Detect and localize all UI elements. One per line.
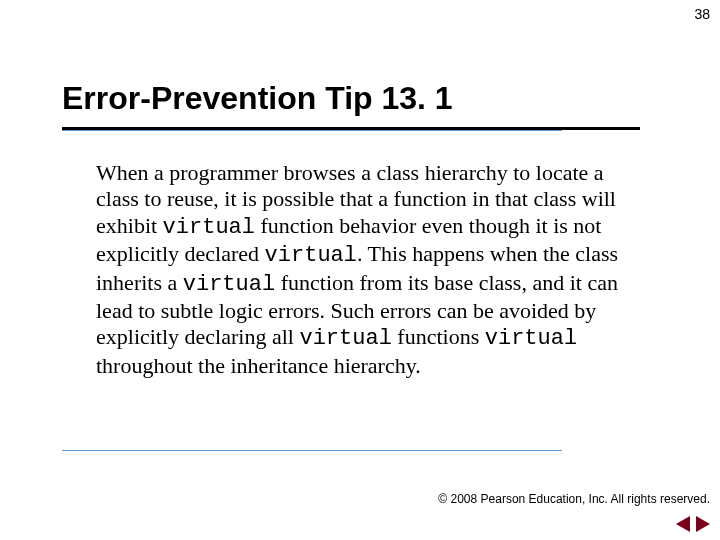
keyword-virtual: virtual — [265, 243, 357, 268]
body-text: When a programmer browses a class hierar… — [96, 160, 640, 379]
keyword-virtual: virtual — [485, 326, 577, 351]
page-number: 38 — [694, 6, 710, 22]
copyright-footer: © 2008 Pearson Education, Inc. All right… — [438, 492, 710, 506]
slide-title: Error-Prevention Tip 13. 1 — [62, 80, 640, 119]
keyword-virtual: virtual — [163, 215, 255, 240]
slide-title-block: Error-Prevention Tip 13. 1 — [62, 80, 640, 130]
body-text-segment: throughout the inheritance hierarchy. — [96, 353, 421, 378]
body-text-segment: functions — [392, 324, 485, 349]
nav-arrows — [676, 516, 710, 532]
bottom-rule — [62, 450, 562, 451]
keyword-virtual: virtual — [299, 326, 391, 351]
title-underline-accent — [62, 130, 562, 131]
next-slide-icon[interactable] — [696, 516, 710, 532]
prev-slide-icon[interactable] — [676, 516, 690, 532]
keyword-virtual: virtual — [183, 272, 275, 297]
